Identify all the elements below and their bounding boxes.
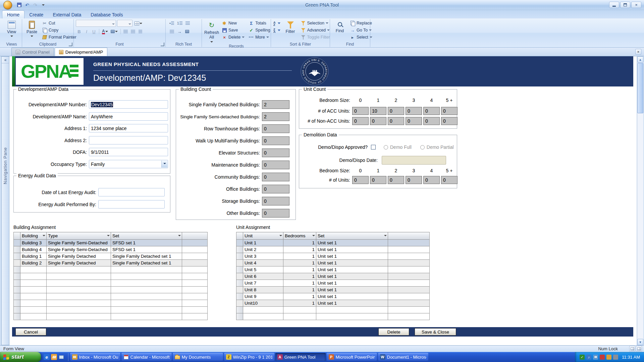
new-record-button[interactable]: ✱New: [220, 20, 246, 26]
toggle-filter-button[interactable]: Toggle Filter: [299, 34, 331, 41]
community-buildings-field[interactable]: 0: [262, 173, 289, 181]
increase-indent-button[interactable]: [168, 28, 175, 35]
decrease-indent-button[interactable]: [184, 20, 191, 26]
single-family-semi-detached-field[interactable]: 2: [262, 112, 289, 121]
scrollbar-thumb[interactable]: [637, 63, 643, 113]
find-button[interactable]: Find: [331, 20, 348, 33]
row-selector[interactable]: [236, 273, 243, 280]
tab-control-panel[interactable]: Control Panel: [11, 48, 54, 56]
column-dropdown-icon[interactable]: [384, 235, 387, 238]
acc-units-3-field[interactable]: 0: [406, 107, 422, 115]
last-energy-audit-date-field[interactable]: [98, 188, 165, 196]
row-selector[interactable]: [236, 246, 243, 253]
replace-button[interactable]: Replace: [348, 20, 374, 26]
set-cell[interactable]: Unit set 1: [316, 246, 388, 253]
type-cell[interactable]: Single Family Semi-Detached: [47, 246, 111, 253]
delete-button[interactable]: Delete: [378, 328, 409, 336]
non-acc-units-5-field[interactable]: 0: [441, 117, 458, 125]
bedrooms-cell[interactable]: 1: [283, 280, 316, 287]
refresh-all-button[interactable]: ↻ Refresh All: [203, 20, 220, 44]
address2-field[interactable]: [89, 136, 168, 144]
minimize-button[interactable]: [609, 2, 619, 8]
font-color-button[interactable]: A: [101, 28, 109, 35]
column-header-building[interactable]: Building: [20, 232, 47, 240]
highlight-button[interactable]: [184, 28, 191, 35]
scroll-up-icon[interactable]: ▲: [637, 56, 643, 63]
type-cell[interactable]: Single Family Detached: [47, 253, 111, 260]
demo-units-2-field[interactable]: 0: [388, 176, 404, 184]
demo-units-1-field[interactable]: 0: [370, 176, 386, 184]
vertical-scrollbar[interactable]: ▲ ▼: [637, 56, 643, 345]
type-cell[interactable]: Single Family Semi-Detached: [47, 240, 111, 246]
walkup-multifamily-field[interactable]: 0: [262, 136, 289, 145]
expand-navigation-pane-icon[interactable]: «: [2, 57, 9, 63]
display-icon[interactable]: [613, 355, 618, 360]
unit-cell[interactable]: Unit 3: [243, 253, 283, 260]
demo-units-5-field[interactable]: 0: [441, 176, 458, 184]
row-selector[interactable]: [236, 253, 243, 260]
table-row[interactable]: Building 4 Single Family Semi-Detached S…: [14, 246, 208, 253]
unit-cell[interactable]: Unit 5: [243, 266, 283, 273]
development-amp-number-field[interactable]: Dev12345: [89, 100, 168, 109]
filter-button[interactable]: Filter: [282, 20, 299, 34]
demo-dispo-date-field[interactable]: [382, 156, 446, 165]
unit-cell[interactable]: Unit 1: [243, 240, 283, 246]
building-cell[interactable]: Building 3: [20, 240, 47, 246]
advanced-filter-button[interactable]: Advanced: [299, 27, 331, 34]
building-cell[interactable]: Building 2: [20, 260, 47, 266]
non-acc-units-0-field[interactable]: 0: [352, 117, 369, 125]
non-acc-units-2-field[interactable]: 0: [388, 117, 404, 125]
demo-units-4-field[interactable]: 0: [423, 176, 440, 184]
more-button[interactable]: More: [247, 34, 271, 41]
italic-button[interactable]: I: [83, 28, 90, 35]
row-selector[interactable]: [236, 287, 243, 293]
maintenance-buildings-field[interactable]: 0: [262, 161, 289, 169]
start-button[interactable]: start: [0, 352, 41, 362]
row-selector[interactable]: [14, 260, 20, 266]
paste-button[interactable]: Paste: [23, 20, 41, 38]
fill-color-button[interactable]: [110, 28, 119, 35]
bedrooms-cell[interactable]: 1: [283, 240, 316, 246]
set-cell[interactable]: Unit set 1: [316, 240, 388, 246]
unit-cell[interactable]: Unit 9: [243, 293, 283, 300]
acc-units-2-field[interactable]: 0: [388, 107, 404, 115]
table-empty-row[interactable]: [14, 287, 208, 293]
set-cell[interactable]: Unit set 1: [316, 293, 388, 300]
align-left-button[interactable]: [122, 28, 129, 35]
single-family-detached-field[interactable]: 2: [262, 100, 289, 109]
acc-units-5-field[interactable]: 0: [441, 107, 458, 115]
row-selector[interactable]: [236, 300, 243, 307]
table-empty-row[interactable]: [236, 307, 430, 313]
row-selector[interactable]: [236, 280, 243, 287]
column-header-bedrooms[interactable]: Bedrooms: [283, 232, 316, 240]
selection-button[interactable]: Selection: [299, 20, 331, 26]
bold-button[interactable]: B: [76, 28, 83, 35]
taskbar-task-my-documents[interactable]: My Documents: [173, 353, 223, 361]
table-empty-row[interactable]: [14, 266, 208, 273]
set-cell[interactable]: Unit set 1: [316, 266, 388, 273]
type-cell[interactable]: Single Family Detached: [47, 260, 111, 266]
set-cell[interactable]: Unit set 1: [316, 287, 388, 293]
energy-audit-performed-by-field[interactable]: [98, 200, 165, 208]
storage-buildings-field[interactable]: 0: [262, 197, 289, 205]
format-painter-button[interactable]: Format Painter: [41, 34, 78, 41]
updates-icon[interactable]: [606, 355, 611, 360]
table-row[interactable]: Building 3 Single Family Semi-Detached S…: [14, 240, 208, 246]
bedrooms-cell[interactable]: 1: [283, 260, 316, 266]
set-cell[interactable]: Unit set 1: [316, 300, 388, 307]
development-amp-name-field[interactable]: AnyWhere: [89, 112, 168, 121]
unit-cell[interactable]: Unit 6: [243, 273, 283, 280]
save-close-button[interactable]: Save & Close: [415, 328, 456, 336]
unit-cell[interactable]: Unit10: [243, 300, 283, 307]
bedrooms-cell[interactable]: 1: [283, 253, 316, 260]
set-cell[interactable]: Single Family Detached set 1: [111, 253, 182, 260]
non-acc-units-4-field[interactable]: 0: [423, 117, 440, 125]
scroll-down-icon[interactable]: ▼: [637, 339, 643, 345]
tab-external-data[interactable]: External Data: [48, 11, 86, 18]
navigation-pane[interactable]: « Navigation Pane: [1, 56, 9, 345]
table-row[interactable]: Unit 6 1 Unit set 1: [236, 273, 430, 280]
column-dropdown-icon[interactable]: [43, 235, 45, 238]
bedrooms-cell[interactable]: 1: [283, 266, 316, 273]
row-selector[interactable]: [236, 260, 243, 266]
column-dropdown-icon[interactable]: [107, 235, 110, 238]
